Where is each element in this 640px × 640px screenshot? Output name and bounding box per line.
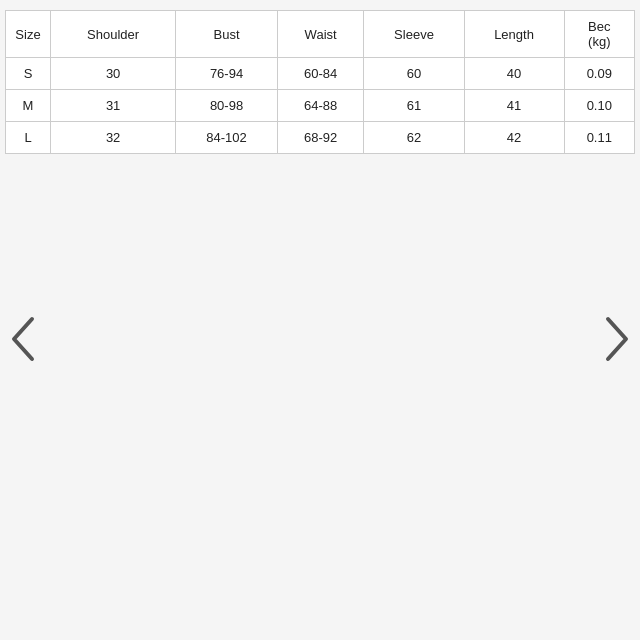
cell-length-m: 41 [464, 90, 564, 122]
cell-length-s: 40 [464, 58, 564, 90]
cell-sleeve-s: 60 [364, 58, 464, 90]
cell-length-l: 42 [464, 122, 564, 154]
table-row: M 31 80-98 64-88 61 41 0.10 [6, 90, 635, 122]
table-header-row: Size Shoulder Bust Waist Sleeve Length B… [6, 11, 635, 58]
header-bec: Bec(kg) [564, 11, 634, 58]
cell-waist-l: 68-92 [277, 122, 364, 154]
cell-sleeve-m: 61 [364, 90, 464, 122]
cell-shoulder-s: 30 [51, 58, 176, 90]
cell-bec-s: 0.09 [564, 58, 634, 90]
cell-bust-l: 84-102 [176, 122, 278, 154]
cell-size-s: S [6, 58, 51, 90]
cell-shoulder-m: 31 [51, 90, 176, 122]
header-sleeve: Sleeve [364, 11, 464, 58]
next-button[interactable] [596, 310, 640, 374]
header-bec-sub: (kg) [588, 34, 610, 49]
cell-waist-m: 64-88 [277, 90, 364, 122]
size-table-wrapper: Size Shoulder Bust Waist Sleeve Length B… [0, 0, 640, 159]
cell-size-m: M [6, 90, 51, 122]
table-row: L 32 84-102 68-92 62 42 0.11 [6, 122, 635, 154]
prev-button[interactable] [0, 310, 44, 374]
cell-bust-m: 80-98 [176, 90, 278, 122]
cell-sleeve-l: 62 [364, 122, 464, 154]
cell-shoulder-l: 32 [51, 122, 176, 154]
cell-waist-s: 60-84 [277, 58, 364, 90]
cell-bec-m: 0.10 [564, 90, 634, 122]
header-size: Size [6, 11, 51, 58]
table-row: S 30 76-94 60-84 60 40 0.09 [6, 58, 635, 90]
header-shoulder: Shoulder [51, 11, 176, 58]
page-container: Size Shoulder Bust Waist Sleeve Length B… [0, 0, 640, 640]
header-bust: Bust [176, 11, 278, 58]
header-length: Length [464, 11, 564, 58]
cell-bec-l: 0.11 [564, 122, 634, 154]
cell-size-l: L [6, 122, 51, 154]
header-waist: Waist [277, 11, 364, 58]
cell-bust-s: 76-94 [176, 58, 278, 90]
size-table: Size Shoulder Bust Waist Sleeve Length B… [5, 10, 635, 154]
